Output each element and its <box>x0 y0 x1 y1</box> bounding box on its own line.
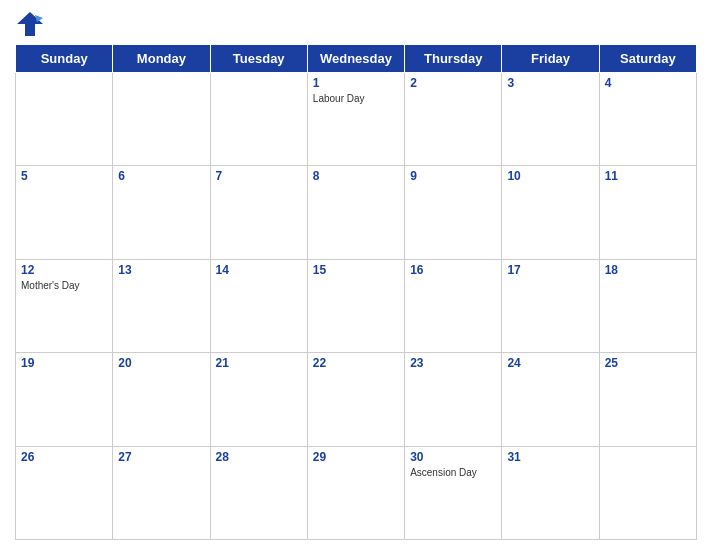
calendar-cell: 29 <box>307 446 404 539</box>
day-number: 15 <box>313 263 399 277</box>
day-number: 25 <box>605 356 691 370</box>
day-number: 8 <box>313 169 399 183</box>
day-number: 1 <box>313 76 399 90</box>
calendar-cell: 30Ascension Day <box>405 446 502 539</box>
calendar-table: SundayMondayTuesdayWednesdayThursdayFrid… <box>15 44 697 540</box>
calendar-cell: 8 <box>307 166 404 259</box>
calendar-cell: 5 <box>16 166 113 259</box>
calendar-cell: 21 <box>210 353 307 446</box>
calendar-cell <box>113 73 210 166</box>
calendar-cell: 14 <box>210 259 307 352</box>
day-number: 20 <box>118 356 204 370</box>
day-number: 2 <box>410 76 496 90</box>
day-number: 27 <box>118 450 204 464</box>
week-row-0: 1Labour Day234 <box>16 73 697 166</box>
calendar-cell <box>210 73 307 166</box>
day-number: 31 <box>507 450 593 464</box>
calendar-cell: 19 <box>16 353 113 446</box>
holiday-label: Ascension Day <box>410 466 496 479</box>
calendar-cell: 23 <box>405 353 502 446</box>
day-header-monday: Monday <box>113 45 210 73</box>
day-header-tuesday: Tuesday <box>210 45 307 73</box>
calendar-cell: 16 <box>405 259 502 352</box>
calendar-cell: 18 <box>599 259 696 352</box>
day-number: 6 <box>118 169 204 183</box>
calendar-cell: 9 <box>405 166 502 259</box>
day-header-friday: Friday <box>502 45 599 73</box>
calendar-cell: 13 <box>113 259 210 352</box>
calendar-cell: 1Labour Day <box>307 73 404 166</box>
calendar-cell: 26 <box>16 446 113 539</box>
logo-icon <box>15 10 45 38</box>
day-number: 16 <box>410 263 496 277</box>
week-row-3: 19202122232425 <box>16 353 697 446</box>
calendar-cell: 25 <box>599 353 696 446</box>
calendar-cell <box>599 446 696 539</box>
calendar-header <box>15 10 697 38</box>
day-number: 11 <box>605 169 691 183</box>
day-number: 4 <box>605 76 691 90</box>
day-header-sunday: Sunday <box>16 45 113 73</box>
calendar-cell: 15 <box>307 259 404 352</box>
calendar-cell: 6 <box>113 166 210 259</box>
day-number: 12 <box>21 263 107 277</box>
day-number: 30 <box>410 450 496 464</box>
day-number: 14 <box>216 263 302 277</box>
day-number: 18 <box>605 263 691 277</box>
calendar-cell: 10 <box>502 166 599 259</box>
day-number: 19 <box>21 356 107 370</box>
logo <box>15 10 49 38</box>
days-header-row: SundayMondayTuesdayWednesdayThursdayFrid… <box>16 45 697 73</box>
calendar-cell: 3 <box>502 73 599 166</box>
day-number: 21 <box>216 356 302 370</box>
week-row-1: 567891011 <box>16 166 697 259</box>
day-number: 29 <box>313 450 399 464</box>
day-number: 23 <box>410 356 496 370</box>
calendar-cell <box>16 73 113 166</box>
holiday-label: Mother's Day <box>21 279 107 292</box>
day-header-thursday: Thursday <box>405 45 502 73</box>
day-number: 7 <box>216 169 302 183</box>
week-row-4: 2627282930Ascension Day31 <box>16 446 697 539</box>
calendar-cell: 2 <box>405 73 502 166</box>
day-number: 10 <box>507 169 593 183</box>
holiday-label: Labour Day <box>313 92 399 105</box>
calendar-cell: 12Mother's Day <box>16 259 113 352</box>
calendar-cell: 28 <box>210 446 307 539</box>
day-number: 17 <box>507 263 593 277</box>
svg-marker-0 <box>17 12 43 36</box>
day-number: 26 <box>21 450 107 464</box>
day-number: 22 <box>313 356 399 370</box>
week-row-2: 12Mother's Day131415161718 <box>16 259 697 352</box>
calendar-cell: 27 <box>113 446 210 539</box>
calendar-cell: 20 <box>113 353 210 446</box>
calendar-cell: 22 <box>307 353 404 446</box>
calendar-cell: 17 <box>502 259 599 352</box>
calendar-cell: 4 <box>599 73 696 166</box>
day-number: 28 <box>216 450 302 464</box>
day-number: 24 <box>507 356 593 370</box>
day-number: 3 <box>507 76 593 90</box>
calendar-cell: 24 <box>502 353 599 446</box>
day-number: 13 <box>118 263 204 277</box>
calendar-cell: 7 <box>210 166 307 259</box>
day-number: 9 <box>410 169 496 183</box>
day-header-wednesday: Wednesday <box>307 45 404 73</box>
day-header-saturday: Saturday <box>599 45 696 73</box>
day-number: 5 <box>21 169 107 183</box>
calendar-cell: 11 <box>599 166 696 259</box>
calendar-cell: 31 <box>502 446 599 539</box>
